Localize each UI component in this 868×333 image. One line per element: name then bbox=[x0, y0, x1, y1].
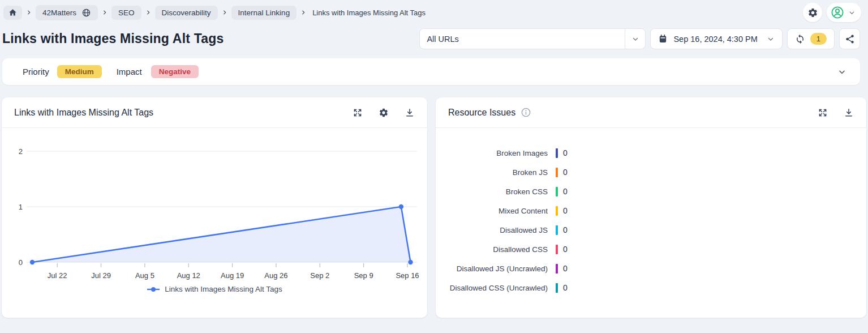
resource-value: 0 bbox=[563, 187, 568, 196]
url-filter-select[interactable]: All URLs bbox=[419, 28, 646, 49]
resource-bar bbox=[556, 225, 558, 235]
resource-row: Disallowed JS 0 bbox=[436, 220, 866, 240]
gear-icon[interactable] bbox=[379, 108, 389, 118]
impact-badge: Negative bbox=[151, 65, 199, 78]
chevron-down-icon bbox=[767, 35, 775, 43]
breadcrumb-project[interactable]: 42Matters bbox=[36, 5, 98, 20]
legend-label: Links with Images Missing Alt Tags bbox=[165, 285, 282, 293]
calendar-icon bbox=[658, 34, 668, 44]
home-icon bbox=[8, 8, 17, 17]
chevron-right-icon bbox=[300, 9, 306, 16]
resource-bar bbox=[556, 264, 558, 274]
breadcrumb-home[interactable] bbox=[3, 6, 22, 20]
download-icon[interactable] bbox=[844, 108, 854, 118]
resource-label: Disallowed JS (Uncrawled) bbox=[436, 264, 548, 273]
share-button[interactable] bbox=[839, 28, 860, 49]
breadcrumb-item-seo[interactable]: SEO bbox=[111, 6, 141, 20]
resource-value: 0 bbox=[563, 264, 568, 273]
svg-text:Aug 19: Aug 19 bbox=[221, 271, 244, 280]
resource-row: Broken Images 0 bbox=[436, 143, 866, 163]
chevron-right-icon bbox=[222, 9, 227, 16]
resource-row: Disallowed CSS 0 bbox=[436, 240, 866, 259]
trend-chart[interactable]: 012Jul 22Jul 29Aug 5Aug 12Aug 19Aug 26Se… bbox=[2, 128, 427, 293]
chevron-right-icon bbox=[102, 9, 108, 16]
resource-value: 0 bbox=[563, 168, 568, 177]
date-picker[interactable]: Sep 16, 2024, 4:30 PM bbox=[650, 28, 782, 49]
breadcrumb: 42Matters SEO Discoverability Internal L… bbox=[0, 0, 868, 23]
resource-label: Broken CSS bbox=[436, 187, 548, 196]
info-icon[interactable] bbox=[521, 107, 531, 118]
page: 42Matters SEO Discoverability Internal L… bbox=[0, 0, 868, 333]
svg-text:Aug 12: Aug 12 bbox=[177, 271, 200, 280]
resource-row: Disallowed JS (Uncrawled) 0 bbox=[436, 259, 866, 278]
svg-text:Jul 29: Jul 29 bbox=[91, 271, 111, 280]
resource-label: Disallowed JS bbox=[436, 226, 548, 234]
refresh-count-badge: 1 bbox=[810, 33, 827, 45]
priority-label: Priority bbox=[23, 67, 49, 76]
breadcrumb-item-label: SEO bbox=[118, 8, 135, 17]
breadcrumb-project-label: 42Matters bbox=[42, 8, 76, 17]
svg-text:Sep 9: Sep 9 bbox=[354, 271, 373, 280]
account-menu[interactable] bbox=[827, 3, 861, 22]
share-icon bbox=[845, 34, 855, 44]
chevron-down-icon bbox=[625, 29, 645, 49]
resource-value: 0 bbox=[563, 206, 568, 215]
resource-value: 0 bbox=[563, 225, 568, 234]
settings-button[interactable] bbox=[803, 3, 822, 22]
trend-chart-card: Links with Images Missing Alt Tags 012Ju… bbox=[2, 97, 427, 318]
resource-label: Mixed Content bbox=[436, 207, 548, 215]
resource-row: Broken CSS 0 bbox=[436, 182, 866, 201]
resource-bar bbox=[556, 168, 558, 177]
resource-bar bbox=[556, 283, 558, 293]
resource-label: Broken JS bbox=[436, 168, 548, 177]
resource-issues-list: Broken Images 0 Broken JS 0 Broken CSS 0… bbox=[436, 128, 866, 297]
breadcrumb-item-label: Discoverability bbox=[162, 8, 211, 17]
resource-value: 0 bbox=[563, 148, 568, 157]
expand-icon[interactable] bbox=[818, 108, 828, 118]
resource-card-title: Resource Issues bbox=[448, 108, 515, 118]
impact-label: Impact bbox=[117, 67, 142, 76]
url-filter-value: All URLs bbox=[420, 35, 625, 44]
breadcrumb-current: Links with Images Missing Alt Tags bbox=[312, 8, 426, 17]
download-icon[interactable] bbox=[405, 108, 415, 118]
trend-card-title: Links with Images Missing Alt Tags bbox=[14, 108, 153, 118]
resource-bar bbox=[556, 187, 558, 197]
resource-value: 0 bbox=[563, 283, 568, 292]
date-value: Sep 16, 2024, 4:30 PM bbox=[673, 35, 757, 44]
resource-row: Broken JS 0 bbox=[436, 163, 866, 182]
resource-issues-card: Resource Issues Broken Images bbox=[436, 97, 866, 318]
svg-text:Jul 22: Jul 22 bbox=[48, 271, 67, 280]
resource-label: Disallowed CSS (Uncrawled) bbox=[436, 284, 548, 292]
refresh-button[interactable]: 1 bbox=[787, 28, 835, 49]
issue-meta-bar: Priority Medium Impact Negative bbox=[2, 58, 860, 85]
breadcrumb-item-label: Internal Linking bbox=[238, 8, 290, 17]
resource-row: Disallowed CSS (Uncrawled) 0 bbox=[436, 278, 866, 297]
breadcrumb-item-internal-linking[interactable]: Internal Linking bbox=[231, 6, 297, 20]
svg-text:Aug 26: Aug 26 bbox=[264, 271, 287, 280]
globe-icon bbox=[81, 8, 91, 18]
trend-chart-svg[interactable]: 012Jul 22Jul 29Aug 5Aug 12Aug 19Aug 26Se… bbox=[6, 135, 423, 283]
resource-bar bbox=[556, 245, 558, 254]
legend-marker-icon bbox=[147, 287, 160, 292]
chevron-down-icon bbox=[848, 9, 856, 16]
sync-icon bbox=[795, 34, 805, 44]
expand-meta-chevron-icon[interactable] bbox=[837, 67, 846, 76]
priority-badge: Medium bbox=[57, 65, 102, 78]
page-title: Links with Images Missing Alt Tags bbox=[2, 31, 224, 46]
gear-icon bbox=[807, 7, 818, 18]
resource-label: Broken Images bbox=[436, 149, 548, 157]
resource-row: Mixed Content 0 bbox=[436, 201, 866, 220]
expand-icon[interactable] bbox=[353, 108, 363, 118]
resource-bar bbox=[556, 148, 558, 158]
chart-legend: Links with Images Missing Alt Tags bbox=[6, 285, 423, 293]
avatar-icon bbox=[831, 6, 844, 19]
svg-text:Aug 5: Aug 5 bbox=[135, 271, 154, 280]
resource-value: 0 bbox=[563, 245, 568, 254]
chevron-right-icon bbox=[26, 9, 32, 16]
resource-label: Disallowed CSS bbox=[436, 245, 548, 254]
svg-text:1: 1 bbox=[19, 203, 23, 211]
breadcrumb-item-discoverability[interactable]: Discoverability bbox=[155, 6, 218, 20]
svg-text:2: 2 bbox=[19, 147, 23, 156]
svg-text:Sep 2: Sep 2 bbox=[310, 271, 329, 280]
svg-text:Sep 16: Sep 16 bbox=[396, 271, 419, 280]
